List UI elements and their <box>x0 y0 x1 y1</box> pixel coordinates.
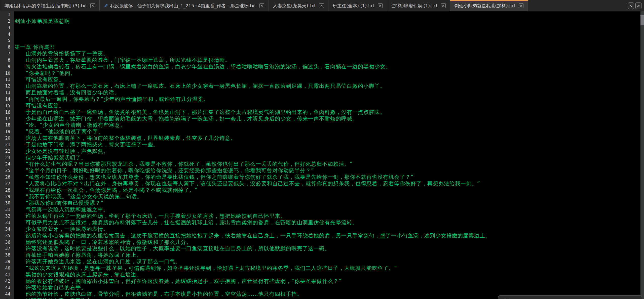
line-number: 11 <box>0 76 14 83</box>
code-line: “你要葱吗？”他问。 <box>15 70 644 77</box>
tab-strip: 与姐姐和后妈的幸福生活[搜书吧] (3).txt×✎我反派被俘，仙子们为何求我出… <box>0 0 577 11</box>
line-number: 3 <box>0 25 14 31</box>
code-line: 第一章 你再骂?! <box>15 44 644 51</box>
text-editor-window: 与姐姐和后妈的幸福生活[搜书吧] (3).txt×✎我反派被俘，仙子们为何求我出… <box>0 0 644 299</box>
line-number: 43 <box>0 284 14 291</box>
line-number: 41 <box>0 272 14 278</box>
code-line: 山洞内生着篝火，将墙壁照的透亮，门帘被一丛绿叶遮盖，所以光线不算是很清晰。 <box>15 57 644 64</box>
code-line: 少女紧咬着牙，一脸屈辱的表情。 <box>15 226 644 233</box>
line-number: 39 <box>0 259 14 265</box>
close-tab-icon[interactable]: × <box>519 3 523 8</box>
code-line: “这半个月的日子，我好吃好喝的供着你，喂你吃饭给你洗澡，还要经受你那些抱怨谩骂，… <box>15 167 644 174</box>
file-tab[interactable]: 与姐姐和后妈的幸福生活[搜书吧] (3).txt× <box>0 0 100 11</box>
file-tab[interactable]: ✎我反派被俘，仙子们为何求我出山_1_215+4篇里番_作者：那是谁呀.txt× <box>100 0 269 11</box>
code-line: “那我放你面前你自己慢慢舔？” <box>15 200 644 206</box>
line-number: 1 <box>0 12 14 18</box>
line-number: 28 <box>0 187 14 194</box>
line-number: 33 <box>0 220 14 226</box>
replace-popup[interactable]: 替换 <box>498 295 642 299</box>
tab-bar-spacer <box>577 0 625 11</box>
line-number: 44 <box>0 291 14 297</box>
tab-scroll-left-button[interactable]: < <box>628 3 634 9</box>
code-line: 黑裙的少女很艰难的从床上爬起来，靠在墙边。 <box>15 272 644 278</box>
code-line: “冷。”少女的声音清幽，微微有些寒意。 <box>15 122 644 129</box>
close-tab-icon[interactable]: × <box>378 3 383 8</box>
code-line: 少女还是没有转过脸，声色默然。 <box>15 148 644 155</box>
line-number: 32 <box>0 213 14 220</box>
code-line: “我这次来这太古秘境，是想寻一株圣果，可偏偏遇到你，如今圣果还没寻到，恰好遇上太… <box>15 265 644 272</box>
close-tab-icon[interactable]: × <box>319 3 324 8</box>
file-tab[interactable]: 人妻克星(龙昊天).txt× <box>269 0 329 11</box>
code-line: 她终究还是低头喝了一口，冷若冰霜的神情，微微缓和了那么几分。 <box>15 239 644 246</box>
code-line: 于是他自己给自己盛了一碗鱼汤，鱼汤煮的很鲜美，鱼也是山洞下，那片汇集了这整个太古… <box>15 109 644 116</box>
tab-scroll-right-button[interactable]: > <box>635 3 641 9</box>
line-number: 36 <box>0 239 14 246</box>
tab-label: 班主任(全本) (1).txt <box>333 3 374 9</box>
scrollbar-thumb[interactable] <box>640 15 644 25</box>
tab-bar: 与姐姐和后妈的幸福生活[搜书吧] (3).txt×✎我反派被俘，仙子们为何求我出… <box>0 0 644 11</box>
close-tab-icon[interactable]: × <box>90 3 95 8</box>
code-line: “我不要你喂我。”这是少女今天说的第二句话。 <box>15 194 644 200</box>
line-number: 30 <box>0 200 14 206</box>
line-number-gutter: 1234567891011121314151617181920212223242… <box>0 11 14 299</box>
line-number: 18 <box>0 122 14 129</box>
tab-scroll-controls: < > <box>625 0 644 11</box>
line-number: 31 <box>0 206 14 213</box>
close-tab-icon[interactable]: × <box>441 3 446 8</box>
code-line: 但少年开始絮絮叨叨了。 <box>15 155 644 161</box>
code-line: 而且她面对着墙，没有回答少年的话。 <box>15 90 644 96</box>
code-line: “我现在再给你一次机会，鱼汤你是喝，还是不喝？不喝我就倒掉了。” <box>15 187 644 194</box>
line-number: 42 <box>0 278 14 285</box>
code-line: “有什么好生气的呢？当日你被那只蛟龙追杀，我要是不救你，你就死了，虽然你也付出了… <box>15 161 644 167</box>
code-line: 可惜没有应答。 <box>15 103 644 109</box>
line-number: 16 <box>0 109 14 116</box>
line-number: 37 <box>0 245 14 252</box>
line-number: 10 <box>0 70 14 77</box>
line-number: 15 <box>0 103 14 109</box>
code-line: 气氛再一次陷入沉默和尴尬之中。 <box>15 206 644 213</box>
code-line: “忍着。”他淡淡的说了两个字。 <box>15 129 644 135</box>
line-number: 17 <box>0 116 14 122</box>
code-line <box>15 25 644 31</box>
file-tab[interactable]: 剑仙小师弟就是我惹(加料).txt× <box>450 0 528 11</box>
chevron-left-icon: < <box>629 4 633 8</box>
line-number: 5 <box>0 37 14 44</box>
code-line: 山洞外的雪纷纷扬扬下了一整夜。 <box>15 51 644 57</box>
line-number: 40 <box>0 265 14 272</box>
vertical-scrollbar[interactable] <box>640 11 644 299</box>
line-number: 35 <box>0 233 14 239</box>
modified-pencil-icon: ✎ <box>104 3 108 9</box>
close-tab-icon[interactable]: × <box>259 3 264 8</box>
line-number: 25 <box>0 167 14 174</box>
file-tab[interactable]: 班主任(全本) (1).txt× <box>328 0 387 11</box>
code-line: 可惜没有应答。 <box>15 76 644 83</box>
code-line: 剑仙小师弟就是我惹啊 <box>15 18 644 25</box>
line-number: 13 <box>0 90 14 96</box>
file-tab[interactable]: (加料)肆虐韩娱 (1).txt× <box>387 0 450 11</box>
code-line: 山洞靠墙的位置，有那么一块石床，石床上铺了一席狐皮。石床上的少女穿着一身黑色长裙… <box>15 83 644 90</box>
line-number: 38 <box>0 252 14 259</box>
tab-label: 我反派被俘，仙子们为何求我出山_1_215+4篇里番_作者：那是谁呀.txt <box>110 3 256 9</box>
line-number: 26 <box>0 174 14 181</box>
code-line: “再问最后一遍啊，你要葱吗？”少年的声音慵懒平和，或许还有几分温柔。 <box>15 96 644 103</box>
line-number: 4 <box>0 31 14 38</box>
line-number: 29 <box>0 194 14 200</box>
code-line: 这场大雪在他眼前落下，将面前的整个森林装点，世界银装素裹，凭空多了几分诗意。 <box>15 135 644 142</box>
code-line: 许落没有说话，这时候要是说些什么，以她的性子，大概率是要一口鱼汤直接吐在自己身上… <box>15 245 644 252</box>
code-line: 许落离开她身边几米远，坐在山洞的入口处，叹了那么一口气。 <box>15 259 644 265</box>
line-number: 23 <box>0 155 14 161</box>
line-number: 45 <box>0 297 14 299</box>
editor-pane[interactable]: 1234567891011121314151617181920212223242… <box>0 11 644 299</box>
line-number: 6 <box>0 44 14 51</box>
line-number: 14 <box>0 96 14 103</box>
tab-label: (加料)肆虐韩娱 (1).txt <box>391 3 438 9</box>
line-number: 12 <box>0 83 14 90</box>
line-number: 9 <box>0 64 14 70</box>
chevron-right-icon: > <box>637 4 640 8</box>
code-area[interactable]: 剑仙小师弟就是我惹啊第一章 你再骂?! 山洞外的雪纷纷扬扬下了一整夜。 山洞内生… <box>14 11 644 299</box>
code-line: 许落从锅里再盛了一瓷碗的鱼汤，坐到了那个石床边，一只手拽着少女的肩膀，想把她给扶… <box>15 213 644 220</box>
code-line: 她的衣衫有些破碎，胸前露出小抹雪白，但好在许落没看她，她缓缓抬起手，双手抱胸，声… <box>15 278 644 285</box>
code-line: 于是他放下门帘，添了两把柴火，篝火更旺盛了一些。 <box>15 142 644 148</box>
line-number: 2 <box>0 18 14 25</box>
line-number: 24 <box>0 161 14 167</box>
